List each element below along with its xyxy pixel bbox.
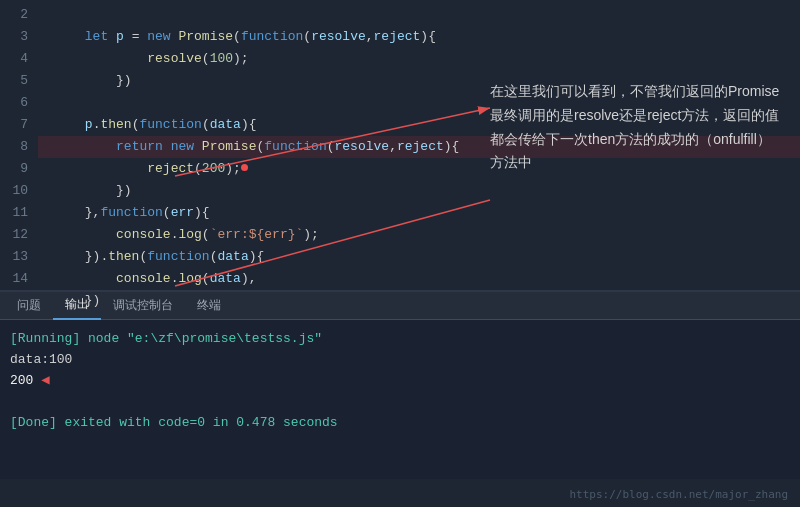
line-num: 12 [0, 224, 28, 246]
terminal-empty-line [10, 391, 790, 412]
annotation-text: 在这里我们可以看到，不管我们返回的Promise最终调用的是resolve还是r… [490, 83, 779, 170]
terminal-data-line: data:100 [10, 349, 790, 370]
terminal-arrow-indicator: ◀ [41, 372, 49, 388]
line-num: 9 [0, 158, 28, 180]
line-num: 3 [0, 26, 28, 48]
line-num: 11 [0, 202, 28, 224]
line-num: 13 [0, 246, 28, 268]
line-num: 2 [0, 4, 28, 26]
tab-terminal[interactable]: 终端 [185, 292, 233, 320]
editor-area: 2 3 4 5 6 7 8 9 10 11 12 13 14 let p = n… [0, 0, 800, 290]
watermark: https://blog.csdn.net/major_zhang [569, 488, 788, 501]
terminal-panel: 问题 输出 调试控制台 终端 [Running] node "e:\zf\pro… [0, 292, 800, 479]
line-numbers: 2 3 4 5 6 7 8 9 10 11 12 13 14 [0, 0, 38, 290]
annotation-box: 在这里我们可以看到，不管我们返回的Promise最终调用的是resolve还是r… [490, 80, 780, 175]
terminal-output-area: [Running] node "e:\zf\promise\testss.js"… [0, 320, 800, 479]
terminal-running-line: [Running] node "e:\zf\promise\testss.js" [10, 328, 790, 349]
terminal-done-line: [Done] exited with code=0 in 0.478 secon… [10, 412, 790, 433]
line-num: 14 [0, 268, 28, 290]
terminal-tabs: 问题 输出 调试控制台 终端 [0, 292, 800, 320]
code-line-2: let p = new Promise(function(resolve,rej… [38, 4, 800, 26]
line-num: 10 [0, 180, 28, 202]
tab-debug-console[interactable]: 调试控制台 [101, 292, 185, 320]
line-num: 4 [0, 48, 28, 70]
line-num: 5 [0, 70, 28, 92]
line-num: 6 [0, 92, 28, 114]
line-num: 7 [0, 114, 28, 136]
line-num: 8 [0, 136, 28, 158]
code-line-10: },function(err){ [38, 180, 800, 202]
terminal-value-line: 200 ◀ [10, 370, 790, 391]
